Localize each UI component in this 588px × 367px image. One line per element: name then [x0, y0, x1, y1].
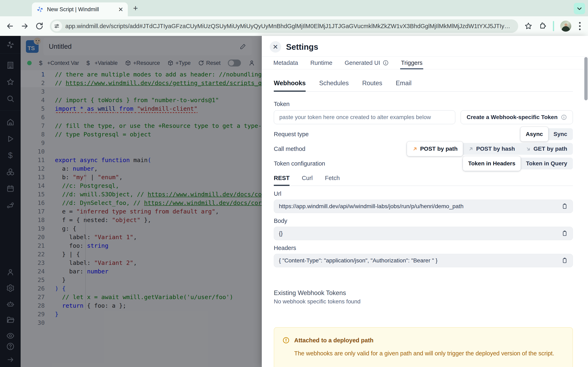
forward-icon[interactable]: [20, 22, 29, 30]
call-method-post-by-path[interactable]: POST by path: [407, 142, 463, 156]
token-in-headers[interactable]: Token in Headers: [463, 156, 521, 171]
copy-clipboard-icon[interactable]: [561, 203, 568, 210]
request-type-sync[interactable]: Sync: [548, 131, 572, 137]
tab-curl[interactable]: Curl: [302, 175, 312, 185]
triggers-panel: Webhooks Schedules Routes Email Token Cr…: [262, 69, 588, 367]
call-method-row: Call method POST by path POST by hash GE…: [274, 143, 573, 155]
tab-search-chevron-button[interactable]: [574, 3, 585, 14]
body-label: Body: [274, 217, 573, 224]
browser-menu-icon[interactable]: [577, 22, 582, 30]
create-webhook-token-button[interactable]: Create a Webhook-specific Token: [461, 110, 573, 124]
existing-tokens-empty: No webhook specific tokens found: [274, 298, 573, 305]
app-area: $ TS: [0, 36, 588, 367]
toolbar-separator: [553, 21, 554, 31]
close-icon[interactable]: ✕: [270, 41, 281, 53]
headers-value: { "Content-Type": "application/json", "A…: [279, 257, 558, 264]
browser-toolbar: app.windmill.dev/scripts/add#JTdCJTIyaGF…: [0, 16, 588, 36]
address-bar[interactable]: app.windmill.dev/scripts/add#JTdCJTIyaGF…: [50, 19, 518, 33]
info-icon: [561, 114, 567, 120]
url-field[interactable]: https://app.windmill.dev/api/w/windmill-…: [274, 200, 573, 213]
drawer-title: Settings: [286, 42, 318, 52]
token-configuration-toggle: Token in Headers Token in Query: [462, 158, 573, 169]
bookmark-star-icon[interactable]: [524, 22, 532, 30]
drawer-backdrop[interactable]: [0, 36, 262, 367]
extensions-puzzle-icon[interactable]: [539, 22, 547, 30]
tab-runtime[interactable]: Runtime: [310, 57, 332, 69]
tab-webhooks[interactable]: Webhooks: [274, 80, 306, 91]
drawer-scrollbar[interactable]: [584, 57, 588, 100]
drawer-header: ✕ Settings: [262, 36, 588, 56]
request-type-row: Request type Async Sync: [274, 128, 573, 140]
request-type-label: Request type: [274, 131, 309, 138]
headers-field[interactable]: { "Content-Type": "application/json", "A…: [274, 254, 573, 267]
chevron-down-icon: [576, 5, 583, 12]
headers-label: Headers: [274, 245, 573, 251]
tab-routes[interactable]: Routes: [362, 80, 382, 91]
example-tabs: REST Curl Fetch: [274, 175, 573, 186]
token-configuration-label: Token configuration: [274, 160, 325, 167]
tab-rest[interactable]: REST: [274, 175, 290, 185]
deployed-path-warning: Attached to a deployed path The webhooks…: [274, 327, 573, 367]
call-method-label: Call method: [274, 146, 305, 152]
tab-fetch[interactable]: Fetch: [325, 175, 340, 185]
windmill-favicon: [36, 6, 44, 13]
browser-chrome: New Script | Windmill ✕ + app.windmill.d…: [0, 0, 588, 36]
tab-triggers[interactable]: Triggers: [401, 57, 423, 69]
site-settings-icon[interactable]: [52, 21, 62, 31]
back-icon[interactable]: [6, 22, 14, 30]
tab-email[interactable]: Email: [396, 80, 412, 91]
token-row: Create a Webhook-specific Token: [274, 110, 573, 124]
request-type-async[interactable]: Async: [520, 127, 548, 142]
browser-tab[interactable]: New Script | Windmill ✕: [32, 2, 128, 16]
token-input[interactable]: [274, 110, 455, 124]
copy-clipboard-icon[interactable]: [561, 257, 568, 264]
settings-drawer: ✕ Settings Metadata Runtime Generated UI…: [262, 36, 588, 367]
url-label: Url: [274, 191, 573, 197]
copy-clipboard-icon[interactable]: [561, 230, 568, 237]
tab-close-icon[interactable]: ✕: [118, 6, 123, 13]
tab-strip: New Script | Windmill ✕ +: [0, 0, 588, 16]
url-value: https://app.windmill.dev/api/w/windmill-…: [279, 203, 558, 210]
token-in-query[interactable]: Token in Query: [521, 160, 572, 167]
screen: New Script | Windmill ✕ + app.windmill.d…: [0, 0, 588, 367]
call-method-toggle: POST by path POST by hash GET by path: [406, 143, 573, 155]
arrow-down-right-icon: [526, 146, 531, 152]
new-tab-icon[interactable]: +: [133, 4, 138, 12]
tab-generated-ui[interactable]: Generated UI: [345, 57, 389, 69]
profile-avatar[interactable]: [560, 21, 571, 32]
token-label: Token: [274, 101, 573, 108]
request-type-toggle: Async Sync: [520, 128, 573, 140]
tab-title: New Script | Windmill: [47, 6, 115, 13]
trigger-type-tabs: Webhooks Schedules Routes Email: [274, 80, 573, 92]
warning-icon: [282, 337, 290, 344]
reload-icon[interactable]: [35, 22, 44, 30]
arrow-up-right-icon: [468, 146, 474, 152]
settings-tabs: Metadata Runtime Generated UI Triggers: [262, 56, 588, 69]
body-field[interactable]: {}: [274, 227, 573, 240]
token-configuration-row: Token configuration Token in Headers Tok…: [274, 158, 573, 169]
url-text[interactable]: app.windmill.dev/scripts/add#JTdCJTIyaGF…: [65, 23, 516, 30]
call-method-post-by-hash[interactable]: POST by hash: [463, 146, 520, 152]
arrow-up-right-icon: [412, 146, 418, 152]
warning-message: The webhooks are only valid for a given …: [294, 349, 564, 358]
call-method-get-by-path[interactable]: GET by path: [520, 146, 572, 152]
existing-tokens-title: Existing Webhook Tokens: [274, 289, 573, 297]
warning-title: Attached to a deployed path: [294, 337, 373, 344]
tab-schedules[interactable]: Schedules: [319, 80, 349, 91]
body-value: {}: [279, 230, 558, 237]
info-icon: [383, 60, 389, 66]
tab-metadata[interactable]: Metadata: [273, 57, 298, 69]
